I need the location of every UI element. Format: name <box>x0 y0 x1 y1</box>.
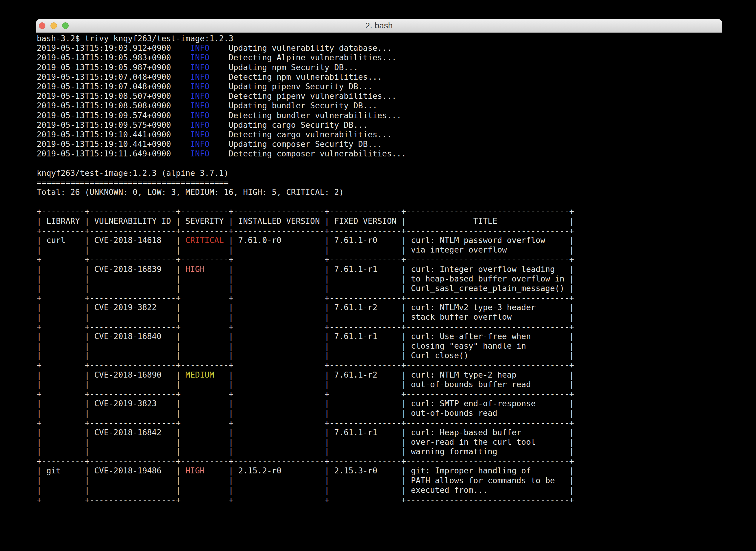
table-header-separator: +---------+------------------+----------… <box>37 226 722 235</box>
table-row-line: | | CVE-2018-16840 | | | 7.61.1-r1 | cur… <box>37 332 722 341</box>
window-title: 2. bash <box>36 19 722 32</box>
log-line: 2019-05-13T15:19:10.441+0900 INFO Updati… <box>37 139 722 149</box>
log-line: 2019-05-13T15:19:05.987+0900 INFO Updati… <box>37 63 722 72</box>
log-line: 2019-05-13T15:19:09.574+0900 INFO Detect… <box>37 111 722 120</box>
table-row-line: | | | | | | closing "easy" handle in | <box>37 341 722 351</box>
zoom-button[interactable] <box>62 22 69 29</box>
table-row-line: | curl | CVE-2018-14618 | CRITICAL | 7.6… <box>37 235 722 245</box>
report-underline: ======================================== <box>37 178 722 187</box>
log-line: 2019-05-13T15:19:05.983+0900 INFO Detect… <box>37 53 722 62</box>
table-row-line: | | | | | | stack buffer overflow | <box>37 312 722 322</box>
table-row-line: | | CVE-2018-16890 | MEDIUM | | 7.61.1-r… <box>37 370 722 380</box>
report-target: knqyf263/test-image:1.2.3 (alpine 3.7.1) <box>37 168 722 178</box>
table-row-separator: + +------------------+ + +--------------… <box>37 418 722 428</box>
log-line: 2019-05-13T15:19:09.575+0900 INFO Updati… <box>37 120 722 130</box>
table-top-border: +---------+------------------+----------… <box>37 206 722 216</box>
log-line: 2019-05-13T15:19:07.048+0900 INFO Updati… <box>37 82 722 91</box>
table-row-separator: +---------+------------------+----------… <box>37 456 722 466</box>
log-line: 2019-05-13T15:19:03.912+0900 INFO Updati… <box>37 43 722 53</box>
log-line: 2019-05-13T15:19:07.048+0900 INFO Detect… <box>37 72 722 82</box>
table-row-line: | | | | | | out-of-bounds buffer read | <box>37 380 722 389</box>
table-row-line: | | | | | | PATH allows for commands to … <box>37 476 722 485</box>
terminal-window: 2. bash bash-3.2$ trivy knqyf263/test-im… <box>36 19 722 551</box>
table-row-separator: + +------------------+ + + +------------… <box>37 389 722 399</box>
table-row-separator: + +------------------+ + +--------------… <box>37 293 722 303</box>
blank-line <box>37 197 722 206</box>
table-row-line: | | | | | | over-read in the curl tool | <box>37 437 722 447</box>
table-row-separator: + +------------------+ + + +------------… <box>37 495 722 504</box>
log-line: 2019-05-13T15:19:11.649+0900 INFO Detect… <box>37 149 722 158</box>
table-row-line: | | | | | | executed from... | <box>37 485 722 495</box>
traffic-lights <box>39 19 69 32</box>
blank-line <box>37 158 722 168</box>
table-header: | LIBRARY | VULNERABILITY ID | SEVERITY … <box>37 216 722 226</box>
close-button[interactable] <box>39 22 45 29</box>
log-line: 2019-05-13T15:19:08.507+0900 INFO Detect… <box>37 91 722 101</box>
table-row-line: | | | | | | warning formatting | <box>37 447 722 456</box>
table-row-separator: + +------------------+----------+ +-----… <box>37 360 722 370</box>
minimize-button[interactable] <box>50 22 57 29</box>
log-line: 2019-05-13T15:19:08.508+0900 INFO Updati… <box>37 101 722 110</box>
table-row-line: | git | CVE-2018-19486 | HIGH | 2.15.2-r… <box>37 466 722 476</box>
log-line: 2019-05-13T15:19:10.441+0900 INFO Detect… <box>37 130 722 139</box>
table-row-line: | | | | | | to heap-based buffer overflo… <box>37 274 722 284</box>
table-row-line: | | | | | | Curl_close() | <box>37 351 722 360</box>
table-row-line: | | | | | | Curl_sasl_create_plain_messa… <box>37 284 722 293</box>
table-row-line: | | | | | | via integer overflow | <box>37 245 722 254</box>
table-row-separator: + +------------------+----------+ +-----… <box>37 254 722 264</box>
table-row-line: | | CVE-2018-16842 | | | 7.61.1-r1 | cur… <box>37 428 722 437</box>
window-titlebar[interactable]: 2. bash <box>36 19 722 33</box>
table-row-line: | | CVE-2018-16839 | HIGH | | 7.61.1-r1 … <box>37 264 722 274</box>
table-row-line: | | CVE-2019-3823 | | | | curl: SMTP end… <box>37 399 722 408</box>
table-row-line: | | CVE-2019-3822 | | | 7.61.1-r2 | curl… <box>37 303 722 312</box>
terminal-screen[interactable]: bash-3.2$ trivy knqyf263/test-image:1.2.… <box>36 33 722 504</box>
prompt-line: bash-3.2$ trivy knqyf263/test-image:1.2.… <box>37 34 722 43</box>
desktop-background: 2. bash bash-3.2$ trivy knqyf263/test-im… <box>0 0 756 551</box>
report-summary: Total: 26 (UNKNOWN: 0, LOW: 3, MEDIUM: 1… <box>37 187 722 197</box>
table-row-separator: + +------------------+ + +--------------… <box>37 322 722 332</box>
table-row-line: | | | | | | out-of-bounds read | <box>37 408 722 418</box>
